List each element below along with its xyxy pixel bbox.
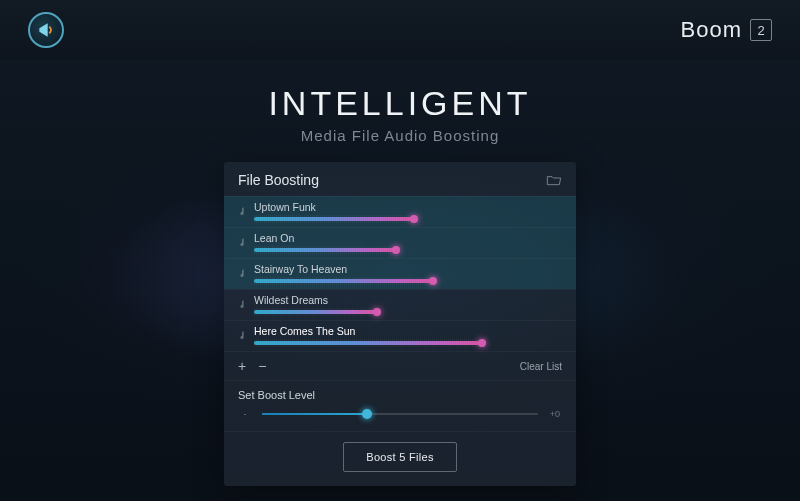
track-waveform[interactable] xyxy=(254,248,396,252)
music-note-icon xyxy=(238,299,246,309)
panel-title: File Boosting xyxy=(238,172,319,188)
brand-name: Boom xyxy=(681,17,742,43)
boost-files-button[interactable]: Boost 5 Files xyxy=(343,442,456,472)
page-title: INTELLIGENT xyxy=(0,84,800,123)
boost-level-section: Set Boost Level - +0 xyxy=(224,380,576,431)
track-row[interactable]: Lean On xyxy=(224,227,576,258)
file-boosting-panel: File Boosting Uptown FunkLean OnStairway… xyxy=(224,162,576,486)
slider-min-label: - xyxy=(238,409,252,419)
megaphone-icon xyxy=(36,20,56,40)
track-waveform[interactable] xyxy=(254,279,433,283)
track-body: Lean On xyxy=(254,232,562,252)
track-row[interactable]: Uptown Funk xyxy=(224,196,576,227)
remove-button[interactable]: − xyxy=(258,358,266,374)
track-waveform[interactable] xyxy=(254,310,377,314)
music-note-icon xyxy=(238,268,246,278)
track-row[interactable]: Wildest Dreams xyxy=(224,289,576,320)
track-body: Here Comes The Sun xyxy=(254,325,562,345)
app-header: Boom 2 xyxy=(0,0,800,60)
slider-max-label: +0 xyxy=(548,409,562,419)
brand-version-badge: 2 xyxy=(750,19,772,41)
list-controls: + − Clear List xyxy=(224,351,576,380)
track-name: Wildest Dreams xyxy=(254,294,562,306)
boost-level-slider[interactable] xyxy=(262,413,538,415)
slider-thumb[interactable] xyxy=(362,409,372,419)
track-list: Uptown FunkLean OnStairway To HeavenWild… xyxy=(224,196,576,351)
track-row[interactable]: Stairway To Heaven xyxy=(224,258,576,289)
track-name: Here Comes The Sun xyxy=(254,325,562,337)
panel-header: File Boosting xyxy=(224,162,576,196)
add-button[interactable]: + xyxy=(238,358,246,374)
track-body: Wildest Dreams xyxy=(254,294,562,314)
brand: Boom 2 xyxy=(681,17,772,43)
boost-level-label: Set Boost Level xyxy=(238,389,562,401)
track-name: Lean On xyxy=(254,232,562,244)
track-name: Uptown Funk xyxy=(254,201,562,213)
boost-level-slider-wrap: - +0 xyxy=(238,409,562,419)
open-folder-icon[interactable] xyxy=(546,174,562,186)
track-name: Stairway To Heaven xyxy=(254,263,562,275)
hero: INTELLIGENT Media File Audio Boosting xyxy=(0,84,800,144)
track-waveform[interactable] xyxy=(254,341,482,345)
action-row: Boost 5 Files xyxy=(224,431,576,486)
music-note-icon xyxy=(238,206,246,216)
page-subtitle: Media File Audio Boosting xyxy=(0,127,800,144)
track-row[interactable]: Here Comes The Sun xyxy=(224,320,576,351)
add-remove-group: + − xyxy=(238,358,266,374)
clear-list-button[interactable]: Clear List xyxy=(520,361,562,372)
music-note-icon xyxy=(238,330,246,340)
track-body: Stairway To Heaven xyxy=(254,263,562,283)
track-waveform[interactable] xyxy=(254,217,414,221)
track-body: Uptown Funk xyxy=(254,201,562,221)
music-note-icon xyxy=(238,237,246,247)
app-logo[interactable] xyxy=(28,12,64,48)
